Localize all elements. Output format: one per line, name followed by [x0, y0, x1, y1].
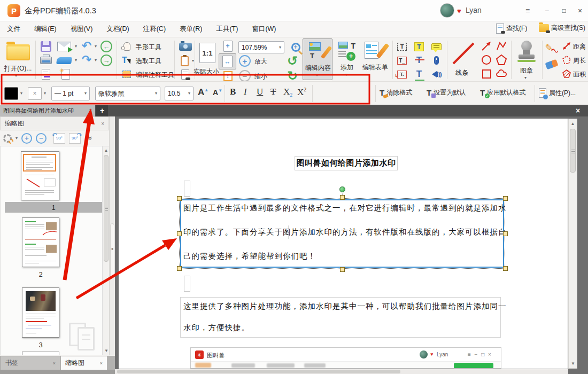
- font-name-combobox[interactable]: 微软雅黑▾: [95, 87, 160, 100]
- arrow-shape-button[interactable]: [480, 40, 493, 52]
- superscript-button[interactable]: X2: [297, 87, 306, 98]
- window-menu-button[interactable]: ≡: [520, 4, 536, 18]
- empty-textbox-placeholder-2[interactable]: [184, 276, 190, 292]
- previous-view-button[interactable]: ←: [100, 41, 112, 52]
- thumbnail-page-1[interactable]: [21, 151, 59, 200]
- zoom-combo-dropdown-icon[interactable]: ▾: [279, 45, 281, 50]
- thumb-scroll-down-icon[interactable]: ▼: [104, 348, 109, 353]
- edit-annotation-tool-icon[interactable]: [121, 68, 133, 80]
- pencil-tool-button[interactable]: ✎: [544, 42, 559, 54]
- highlight-text-button[interactable]: T: [413, 41, 425, 52]
- add-dropdown-icon[interactable]: ▾: [345, 73, 347, 77]
- handle-bottom-right[interactable]: [503, 266, 508, 271]
- options-dropdown-icon[interactable]: ▾: [16, 136, 18, 141]
- increase-font-button[interactable]: A▲: [198, 87, 208, 98]
- avatar[interactable]: [440, 3, 454, 18]
- thumbnails-tab[interactable]: 缩略图 ×: [61, 356, 107, 370]
- zoom-out-button[interactable]: −: [239, 70, 251, 82]
- typewriter-tool-button[interactable]: T: [396, 41, 408, 52]
- menu-annotation[interactable]: 注释(C): [136, 21, 173, 37]
- options-gear-icon[interactable]: [3, 134, 12, 143]
- page-3-label[interactable]: 3: [22, 340, 59, 349]
- document-vertical-scrollbar[interactable]: ▲ ▼: [568, 119, 577, 369]
- open-dropdown-icon[interactable]: ▾: [15, 74, 17, 78]
- distance-tool-icon[interactable]: [561, 41, 572, 51]
- handle-middle-right[interactable]: [503, 231, 508, 236]
- font-size-combobox[interactable]: 10.5▾: [165, 87, 194, 100]
- undo-button[interactable]: ↶: [80, 40, 93, 52]
- next-view-button[interactable]: →: [100, 54, 112, 66]
- export-button[interactable]: [40, 68, 52, 80]
- send-mail-dropdown-icon[interactable]: ▾: [75, 44, 77, 49]
- perimeter-tool-icon[interactable]: [561, 54, 572, 65]
- apply-default-button[interactable]: T✓ 应用默认格式: [480, 88, 525, 97]
- handle-middle-left[interactable]: [177, 231, 182, 236]
- area-tool-label[interactable]: 面积: [573, 70, 586, 79]
- properties-button[interactable]: 属性(P)...: [539, 88, 576, 98]
- zoom-level-combobox[interactable]: 107.59%▾: [238, 41, 284, 53]
- stroke-width-combobox[interactable]: — 1 pt▾: [51, 87, 90, 100]
- close-document-button[interactable]: ×: [571, 105, 585, 116]
- rotate-handle[interactable]: [339, 186, 345, 192]
- perimeter-tool-label[interactable]: 周长: [573, 56, 586, 65]
- doc-scrollbar-thumb[interactable]: [570, 129, 576, 173]
- bold-button[interactable]: B: [230, 87, 236, 97]
- handle-top-middle[interactable]: [340, 195, 345, 200]
- circle-shape-button[interactable]: [480, 53, 493, 66]
- thumbnail-page-2[interactable]: [22, 217, 59, 267]
- hand-tool-icon[interactable]: [121, 41, 133, 52]
- close-button[interactable]: ×: [572, 4, 588, 18]
- handle-bottom-left[interactable]: [177, 266, 182, 271]
- handle-top-right[interactable]: [503, 196, 508, 201]
- note-tool-button[interactable]: [430, 41, 443, 52]
- snapshot-button[interactable]: [179, 41, 192, 52]
- pdf-page[interactable]: 图叫兽如何给图片添加水印 图片是工作生活中遇到最多的文件格式之一，在对它进行编辑…: [119, 119, 568, 369]
- menu-file[interactable]: 文件: [0, 21, 27, 37]
- doc-scroll-down-icon[interactable]: ▼: [571, 361, 575, 366]
- clipboard-button[interactable]: [179, 54, 190, 67]
- clipboard-dropdown-icon[interactable]: ▾: [192, 59, 194, 63]
- maximize-button[interactable]: □: [556, 4, 572, 18]
- marquee-zoom-button[interactable]: +: [289, 40, 303, 54]
- rotate-ccw-button[interactable]: ↺: [285, 53, 300, 68]
- area-tool-icon[interactable]: [561, 68, 572, 79]
- open-button[interactable]: [5, 42, 31, 63]
- redo-button[interactable]: ↷: [80, 53, 93, 66]
- zoom-in-button[interactable]: +: [239, 55, 251, 67]
- thumb-zoom-out-button[interactable]: −: [36, 133, 47, 144]
- edit-annotation-tool-label[interactable]: 编辑注释工具: [136, 71, 174, 80]
- doc-scroll-up-icon[interactable]: ▲: [569, 121, 577, 126]
- handle-top-left[interactable]: [177, 196, 182, 201]
- menu-view[interactable]: 视图(V): [64, 21, 100, 37]
- collapse-panel-icon[interactable]: ◄: [110, 247, 114, 251]
- thumbnails-tab-close-icon[interactable]: ×: [100, 361, 103, 366]
- print-button[interactable]: [40, 54, 52, 66]
- user-name[interactable]: Lyan: [466, 6, 482, 14]
- attachment-tool-button[interactable]: [430, 54, 443, 66]
- find-button[interactable]: 查找(F): [496, 24, 527, 34]
- eraser-tool-button[interactable]: [544, 58, 559, 71]
- text-color-dropdown-icon[interactable]: ▾: [20, 91, 22, 96]
- select-tool-label[interactable]: 选取工具: [136, 57, 161, 66]
- polyline-shape-button[interactable]: [495, 40, 508, 52]
- save-button[interactable]: [40, 41, 52, 52]
- fill-color-dropdown-icon[interactable]: ▾: [44, 91, 46, 96]
- actual-size-button[interactable]: 1:1: [198, 42, 217, 64]
- zoom-out-label[interactable]: 缩小: [254, 72, 267, 81]
- scanner-button[interactable]: [56, 54, 73, 66]
- distance-tool-label[interactable]: 距离: [573, 42, 586, 51]
- new-tab-button[interactable]: +: [96, 105, 108, 116]
- textbox-tool-button[interactable]: T_: [396, 54, 408, 66]
- line-tool-button[interactable]: [450, 40, 477, 67]
- document-tab[interactable]: 图叫兽如何给图片添加水印 ×: [0, 105, 95, 116]
- edit-content-button[interactable]: T 编辑内容 ▾: [303, 38, 332, 80]
- stamp-dropdown-icon[interactable]: ▾: [524, 76, 527, 80]
- bookmarks-tab-close-icon[interactable]: ×: [53, 361, 56, 366]
- thumb-zoom-in-button[interactable]: +: [21, 133, 32, 144]
- menu-window[interactable]: 窗口(W): [245, 21, 283, 37]
- underline-text-button[interactable]: T: [413, 68, 425, 80]
- thumb-scroll-up-icon[interactable]: ▲: [103, 148, 109, 153]
- font-name-dropdown-icon[interactable]: ▾: [155, 91, 157, 96]
- more-options-icon[interactable]: »: [87, 136, 95, 140]
- hand-tool-label[interactable]: 手形工具: [136, 43, 161, 52]
